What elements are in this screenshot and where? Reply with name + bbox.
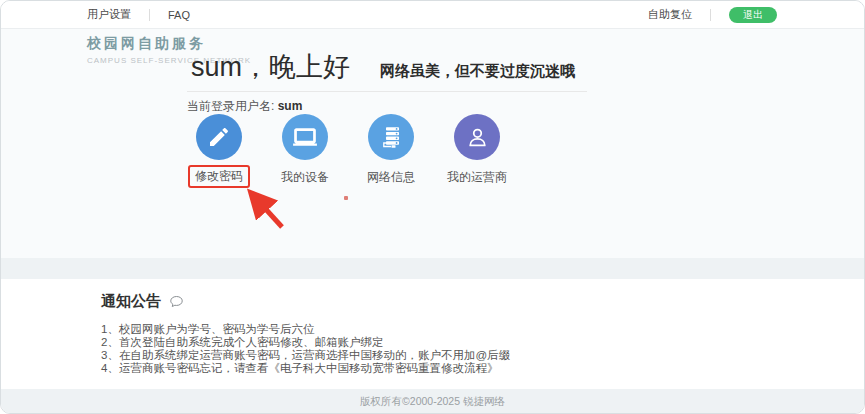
hero-section: 校园网自助服务 CAMPUS SELF-SERVICE NETWORK sum，…	[1, 29, 864, 258]
notice-title: 通知公告	[101, 292, 161, 311]
current-user-label: 当前登录用户名:	[187, 99, 274, 113]
pencil-icon[interactable]	[196, 114, 242, 160]
footer: 版权所有©2000-2025 锐捷网络	[1, 389, 864, 414]
greeting-text: sum，晚上好	[191, 49, 350, 85]
notice-item: 3、在自助系统绑定运营商账号密码，运营商选择中国移动的，账户不用加@后缀	[101, 349, 824, 362]
action-my-devices-label: 我的设备	[281, 169, 329, 186]
logout-button[interactable]: 退出	[729, 7, 777, 23]
greeting-row: sum，晚上好 网络虽美，但不要过度沉迷哦	[191, 49, 575, 85]
action-change-password-label: 修改密码	[188, 165, 250, 188]
action-my-devices[interactable]: 我的设备	[262, 114, 348, 188]
copyright-text: 版权所有©2000-2025 锐捷网络	[360, 395, 505, 409]
notice-item: 2、首次登陆自助系统完成个人密码修改、邮箱账户绑定	[101, 336, 824, 349]
server-icon[interactable]	[368, 114, 414, 160]
notice-list: 1、校园网账户为学号、密码为学号后六位 2、首次登陆自助系统完成个人密码修改、邮…	[101, 323, 824, 375]
notice-section: 通知公告 1、校园网账户为学号、密码为学号后六位 2、首次登陆自助系统完成个人密…	[1, 279, 864, 389]
current-user-value: sum	[278, 99, 303, 113]
action-change-password[interactable]: 修改密码	[176, 114, 262, 188]
action-network-info-label: 网络信息	[367, 169, 415, 186]
red-dot-artifact	[344, 196, 348, 200]
notice-item: 1、校园网账户为学号、密码为学号后六位	[101, 323, 824, 336]
current-user-line: 当前登录用户名: sum	[187, 91, 587, 115]
nav-user-settings[interactable]: 用户设置	[87, 7, 131, 22]
notice-item: 4、运营商账号密码忘记，请查看《电子科大中国移动宽带密码重置修改流程》	[101, 362, 824, 375]
motto-text: 网络虽美，但不要过度沉迷哦	[380, 62, 575, 81]
laptop-icon[interactable]	[282, 114, 328, 160]
action-my-carrier-label: 我的运营商	[447, 169, 507, 186]
action-my-carrier[interactable]: 我的运营商	[434, 114, 520, 188]
nav-divider	[710, 9, 711, 21]
action-network-info[interactable]: 网络信息	[348, 114, 434, 188]
top-nav-bar: 用户设置 FAQ 自助复位 退出	[1, 1, 864, 29]
action-icons-row: 修改密码 我的设备	[176, 114, 520, 188]
nav-faq[interactable]: FAQ	[168, 9, 190, 21]
nav-self-reset[interactable]: 自助复位	[648, 7, 692, 22]
section-divider-band	[1, 258, 864, 279]
user-icon[interactable]	[454, 114, 500, 160]
app-window: 用户设置 FAQ 自助复位 退出 校园网自助服务 CAMPUS SELF-SER…	[0, 0, 865, 414]
speech-bubble-icon	[169, 294, 184, 309]
nav-divider	[149, 9, 150, 21]
